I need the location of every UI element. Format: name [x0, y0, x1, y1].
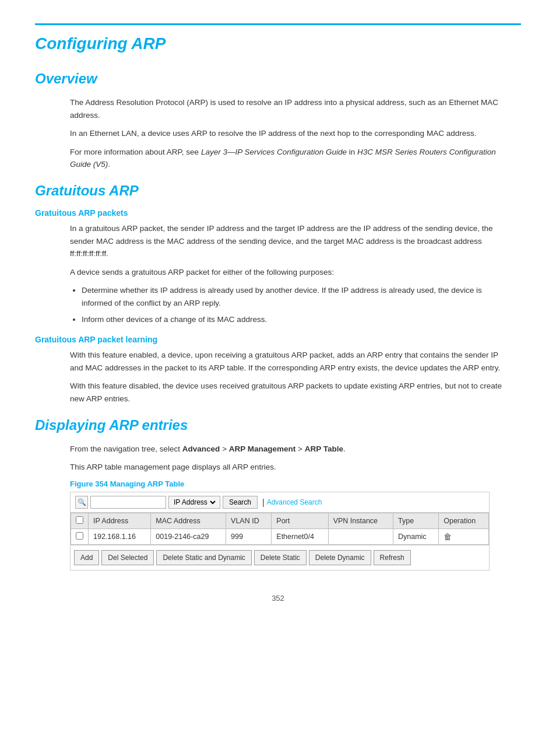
page-title-section: Configuring ARP	[35, 23, 521, 53]
header-checkbox[interactable]	[76, 516, 83, 524]
delete-dynamic-button[interactable]: Delete Dynamic	[309, 550, 371, 565]
row-ip: 192.168.1.16	[89, 528, 151, 544]
overview-heading: Overview	[35, 71, 521, 87]
gratuitous-arp-learning-para2: With this feature disabled, the device u…	[70, 380, 509, 405]
advanced-search-link[interactable]: Advanced Search	[267, 498, 322, 506]
delete-static-dynamic-button[interactable]: Delete Static and Dynamic	[156, 550, 251, 565]
bullet-item-1: Determine whether its IP address is alre…	[82, 284, 509, 309]
header-vpn-instance: VPN Instance	[328, 513, 393, 528]
arp-table-widget: 🔍 IP Address Search | Advanced Search IP…	[70, 492, 490, 570]
displaying-arp-heading: Displaying ARP entries	[35, 417, 521, 433]
overview-section: Overview The Address Resolution Protocol…	[35, 71, 521, 171]
gratuitous-arp-learning-heading: Gratuitous ARP packet learning	[35, 335, 521, 344]
row-type: Dynamic	[393, 528, 439, 544]
gratuitous-arp-packets-subsection: Gratuitous ARP packets In a gratuitous A…	[35, 208, 521, 326]
row-port: Ethernet0/4	[272, 528, 328, 544]
row-checkbox[interactable]	[76, 532, 83, 540]
refresh-button[interactable]: Refresh	[374, 550, 411, 565]
row-vlan: 999	[226, 528, 272, 544]
search-bar: 🔍 IP Address Search | Advanced Search	[71, 492, 489, 513]
overview-para1: The Address Resolution Protocol (ARP) is…	[70, 96, 509, 121]
gratuitous-arp-heading: Gratuitous ARP	[35, 183, 521, 199]
search-magnify-icon: 🔍	[78, 498, 86, 506]
header-operation: Operation	[439, 513, 489, 528]
row-vpn	[328, 528, 393, 544]
search-button[interactable]: Search	[223, 496, 258, 509]
table-row: 192.168.1.16 0019-2146-ca29 999 Ethernet…	[71, 528, 489, 544]
displaying-arp-intro1: From the navigation tree, select Advance…	[70, 443, 509, 456]
add-button[interactable]: Add	[74, 550, 99, 565]
delete-static-button[interactable]: Delete Static	[254, 550, 307, 565]
page-number: 352	[35, 594, 521, 603]
displaying-arp-section: Displaying ARP entries From the navigati…	[35, 417, 521, 570]
header-type: Type	[393, 513, 439, 528]
header-vlan-id: VLAN ID	[226, 513, 272, 528]
gratuitous-arp-learning-para1: With this feature enabled, a device, upo…	[70, 349, 509, 374]
table-header-row: IP Address MAC Address VLAN ID Port VPN …	[71, 513, 489, 528]
arp-data-table: IP Address MAC Address VLAN ID Port VPN …	[71, 513, 489, 545]
search-dropdown[interactable]: IP Address	[168, 496, 220, 509]
bullet-item-2: Inform other devices of a change of its …	[82, 313, 509, 326]
search-type-select[interactable]: IP Address	[171, 498, 217, 507]
search-icon-box: 🔍	[75, 496, 88, 509]
bold-arp-table: ARP Table	[305, 444, 343, 453]
row-checkbox-cell	[71, 528, 89, 544]
header-mac-address: MAC Address	[151, 513, 226, 528]
displaying-arp-intro2: This ARP table management page displays …	[70, 461, 509, 474]
delete-row-icon[interactable]: 🗑	[444, 532, 452, 541]
gratuitous-arp-packets-para1: In a gratuitous ARP packet, the sender I…	[70, 222, 509, 260]
bold-advanced: Advanced	[182, 444, 220, 453]
gratuitous-arp-packets-para2: A device sends a gratuitous ARP packet f…	[70, 266, 509, 279]
page-title: Configuring ARP	[35, 34, 521, 53]
header-port: Port	[272, 513, 328, 528]
gratuitous-arp-bullets: Determine whether its IP address is alre…	[82, 284, 509, 326]
overview-para2: In an Ethernet LAN, a device uses ARP to…	[70, 127, 509, 140]
row-operation[interactable]: 🗑	[439, 528, 489, 544]
overview-para3: For more information about ARP, see Laye…	[70, 146, 509, 171]
gratuitous-arp-packets-heading: Gratuitous ARP packets	[35, 208, 521, 218]
overview-italic1: Layer 3—IP Services Configuration Guide	[201, 148, 347, 156]
gratuitous-arp-section: Gratuitous ARP Gratuitous ARP packets In…	[35, 183, 521, 405]
action-buttons-bar: Add Del Selected Delete Static and Dynam…	[71, 545, 489, 570]
header-checkbox-col	[71, 513, 89, 528]
row-mac: 0019-2146-ca29	[151, 528, 226, 544]
figure-label: Figure 354 Managing ARP Table	[70, 480, 521, 488]
bold-arp-management: ARP Management	[229, 444, 296, 453]
search-input[interactable]	[90, 496, 166, 509]
del-selected-button[interactable]: Del Selected	[101, 550, 154, 565]
header-ip-address: IP Address	[89, 513, 151, 528]
gratuitous-arp-learning-subsection: Gratuitous ARP packet learning With this…	[35, 335, 521, 405]
